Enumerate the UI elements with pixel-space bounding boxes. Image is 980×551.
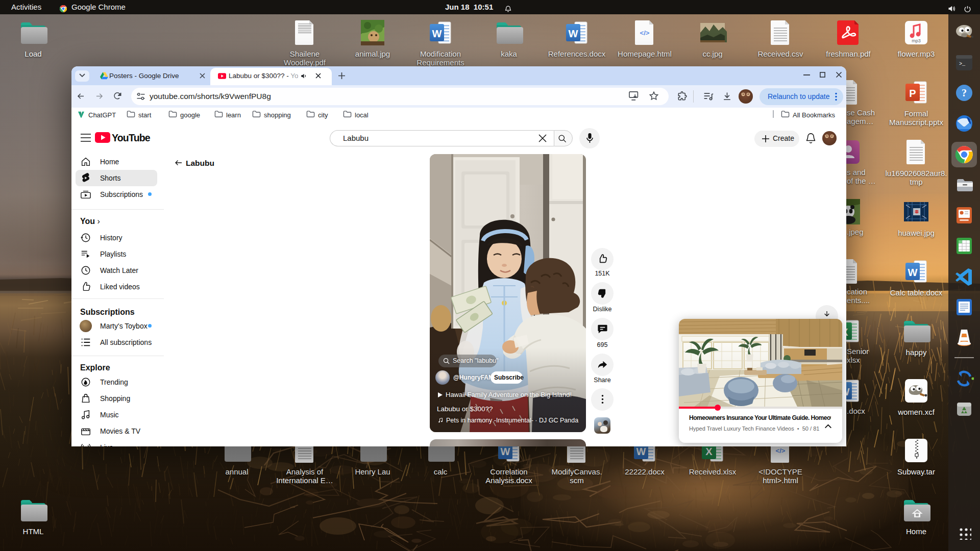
svg-text:W: W: [432, 28, 442, 39]
svg-text:W: W: [636, 446, 646, 457]
svg-text:>_: >_: [959, 61, 966, 67]
svg-text:W: W: [908, 267, 918, 278]
svg-text:?: ?: [962, 87, 967, 98]
svg-text:P: P: [909, 88, 916, 99]
svg-text:</>: </>: [776, 447, 786, 455]
svg-text:</>: </>: [640, 29, 650, 37]
svg-text:W: W: [501, 446, 510, 457]
svg-text:W: W: [569, 28, 578, 39]
svg-text:X: X: [705, 446, 713, 457]
svg-text:mp3: mp3: [912, 38, 921, 43]
